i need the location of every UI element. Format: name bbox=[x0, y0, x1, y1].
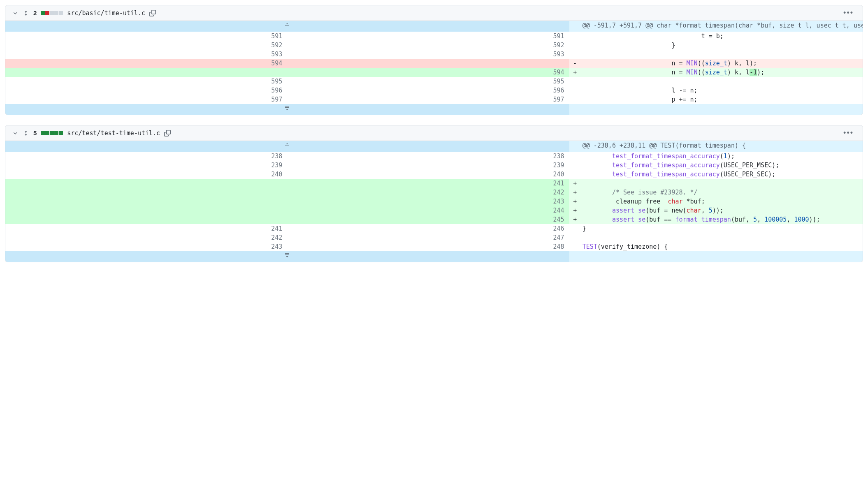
diff-table: @@ -238,6 +238,11 @@ TEST(format_timespa… bbox=[5, 141, 863, 262]
diff-line[interactable]: 591591 t = b; bbox=[5, 32, 863, 41]
old-line-number[interactable]: 240 bbox=[5, 170, 287, 179]
diff-line[interactable]: 596596 l -= n; bbox=[5, 86, 863, 95]
diff-line[interactable]: 594+ n = MIN((size_t) k, l-1); bbox=[5, 68, 863, 77]
old-line-number[interactable]: 595 bbox=[5, 77, 287, 86]
diff-line[interactable]: 595595 bbox=[5, 77, 863, 86]
expand-all-icon[interactable] bbox=[23, 10, 29, 16]
diffstat-square bbox=[41, 131, 45, 135]
new-line-number[interactable]: 243 bbox=[287, 197, 569, 206]
diff-marker bbox=[569, 224, 581, 233]
diff-line[interactable]: 597597 p += n; bbox=[5, 95, 863, 104]
diff-marker bbox=[569, 50, 581, 59]
diffstat-square bbox=[45, 11, 49, 15]
new-line-number[interactable]: 248 bbox=[287, 242, 569, 251]
diff-line[interactable]: 593593 bbox=[5, 50, 863, 59]
expand-down-row bbox=[5, 104, 863, 115]
new-line-number[interactable]: 241 bbox=[287, 179, 569, 188]
new-line-number[interactable] bbox=[287, 59, 569, 68]
expand-down-button[interactable] bbox=[5, 104, 569, 115]
kebab-icon[interactable]: ••• bbox=[841, 9, 856, 17]
new-line-number[interactable]: 592 bbox=[287, 41, 569, 50]
new-line-number[interactable]: 593 bbox=[287, 50, 569, 59]
old-line-number[interactable]: 597 bbox=[5, 95, 287, 104]
expand-up-button[interactable] bbox=[5, 21, 569, 32]
chevron-down-icon[interactable] bbox=[12, 10, 19, 16]
expand-down-row bbox=[5, 251, 863, 262]
old-line-number[interactable]: 596 bbox=[5, 86, 287, 95]
old-line-number[interactable] bbox=[5, 215, 287, 224]
diff-line[interactable]: 240240 test_format_timespan_accuracy(USE… bbox=[5, 170, 863, 179]
new-line-number[interactable]: 595 bbox=[287, 77, 569, 86]
diff-line[interactable]: 594- n = MIN((size_t) k, l); bbox=[5, 59, 863, 68]
old-line-number[interactable]: 592 bbox=[5, 41, 287, 50]
chevron-down-icon[interactable] bbox=[12, 130, 19, 136]
expand-code bbox=[581, 251, 863, 262]
new-line-number[interactable]: 597 bbox=[287, 95, 569, 104]
kebab-icon[interactable]: ••• bbox=[841, 129, 856, 137]
expand-up-button[interactable] bbox=[5, 141, 569, 152]
diff-marker bbox=[569, 86, 581, 95]
old-line-number[interactable] bbox=[5, 68, 287, 77]
new-line-number[interactable]: 594 bbox=[287, 68, 569, 77]
hunk-header-text: @@ -238,6 +238,11 @@ TEST(format_timespa… bbox=[581, 141, 863, 152]
new-line-number[interactable]: 238 bbox=[287, 152, 569, 161]
diff-marker: + bbox=[569, 68, 581, 77]
diff-line[interactable]: 241+ bbox=[5, 179, 863, 188]
old-line-number[interactable] bbox=[5, 188, 287, 197]
code-cell: t = b; bbox=[581, 32, 863, 41]
copy-icon[interactable] bbox=[164, 130, 171, 136]
new-line-number[interactable]: 244 bbox=[287, 206, 569, 215]
diff-line[interactable]: 239239 test_format_timespan_accuracy(USE… bbox=[5, 161, 863, 170]
hunk-marker bbox=[569, 141, 581, 152]
code-cell: test_format_timespan_accuracy(1); bbox=[581, 152, 863, 161]
code-cell: } bbox=[581, 224, 863, 233]
hunk-header-row: @@ -238,6 +238,11 @@ TEST(format_timespa… bbox=[5, 141, 863, 152]
diff-line[interactable]: 241246 } bbox=[5, 224, 863, 233]
old-line-number[interactable]: 239 bbox=[5, 161, 287, 170]
old-line-number[interactable]: 594 bbox=[5, 59, 287, 68]
diff-table: @@ -591,7 +591,7 @@ char *format_timespa… bbox=[5, 21, 863, 115]
diffstat-square bbox=[59, 11, 63, 15]
expand-all-icon[interactable] bbox=[23, 130, 29, 136]
old-line-number[interactable] bbox=[5, 197, 287, 206]
new-line-number[interactable]: 245 bbox=[287, 215, 569, 224]
copy-icon[interactable] bbox=[149, 10, 156, 16]
file-header-left: 5src/test/test-time-util.c bbox=[12, 130, 837, 137]
old-line-number[interactable]: 591 bbox=[5, 32, 287, 41]
file-path[interactable]: src/test/test-time-util.c bbox=[67, 130, 160, 137]
old-line-number[interactable] bbox=[5, 206, 287, 215]
diffstat-square bbox=[54, 131, 58, 135]
hunk-header-text: @@ -591,7 +591,7 @@ char *format_timespa… bbox=[581, 21, 863, 32]
diffstat-square bbox=[50, 131, 54, 135]
new-line-number[interactable]: 247 bbox=[287, 233, 569, 242]
new-line-number[interactable]: 239 bbox=[287, 161, 569, 170]
diff-line[interactable]: 245+ assert_se(buf == format_timespan(bu… bbox=[5, 215, 863, 224]
diff-line[interactable]: 244+ assert_se(buf = new(char, 5)); bbox=[5, 206, 863, 215]
diff-marker bbox=[569, 41, 581, 50]
diff-line[interactable]: 242247 bbox=[5, 233, 863, 242]
diff-line[interactable]: 242+ /* See issue #23928. */ bbox=[5, 188, 863, 197]
diff-line[interactable]: 592592 } bbox=[5, 41, 863, 50]
old-line-number[interactable] bbox=[5, 179, 287, 188]
diff-marker bbox=[569, 77, 581, 86]
file-path[interactable]: src/basic/time-util.c bbox=[67, 9, 145, 17]
diff-line[interactable]: 243248 TEST(verify_timezone) { bbox=[5, 242, 863, 251]
new-line-number[interactable]: 240 bbox=[287, 170, 569, 179]
old-line-number[interactable]: 238 bbox=[5, 152, 287, 161]
old-line-number[interactable]: 593 bbox=[5, 50, 287, 59]
old-line-number[interactable]: 242 bbox=[5, 233, 287, 242]
expand-down-button[interactable] bbox=[5, 251, 569, 262]
hunk-header-row: @@ -591,7 +591,7 @@ char *format_timespa… bbox=[5, 21, 863, 32]
diff-line[interactable]: 243+ _cleanup_free_ char *buf; bbox=[5, 197, 863, 206]
diffstat-square bbox=[45, 131, 49, 135]
code-cell: n = MIN((size_t) k, l); bbox=[581, 59, 863, 68]
new-line-number[interactable]: 591 bbox=[287, 32, 569, 41]
diff-marker: + bbox=[569, 197, 581, 206]
new-line-number[interactable]: 246 bbox=[287, 224, 569, 233]
new-line-number[interactable]: 242 bbox=[287, 188, 569, 197]
old-line-number[interactable]: 241 bbox=[5, 224, 287, 233]
new-line-number[interactable]: 596 bbox=[287, 86, 569, 95]
old-line-number[interactable]: 243 bbox=[5, 242, 287, 251]
diff-line[interactable]: 238238 test_format_timespan_accuracy(1); bbox=[5, 152, 863, 161]
diffstat bbox=[41, 11, 63, 15]
